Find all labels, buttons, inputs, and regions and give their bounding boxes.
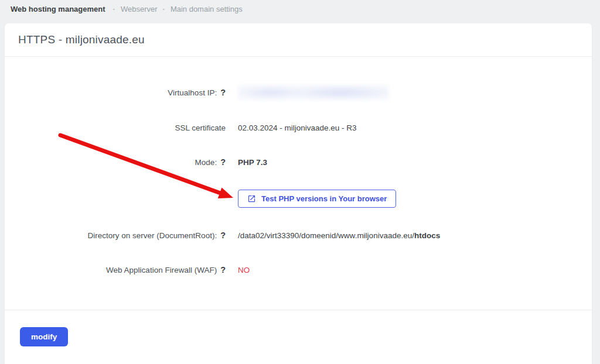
breadcrumb-link-main-domain-settings[interactable]: Main domain settings (171, 5, 243, 13)
test-php-versions-label: Test PHP versions in Your browser (261, 194, 387, 203)
breadcrumb-link-webserver[interactable]: Webserver (121, 5, 158, 13)
ssl-certificate-value: 02.03.2024 - miljonivaade.eu - R3 (238, 123, 357, 132)
document-root-value: /data02/virt33390/domeenid/www.miljoniva… (238, 231, 440, 240)
modify-button[interactable]: modify (20, 327, 68, 346)
breadcrumb-separator: · (113, 5, 115, 13)
waf-label: Web Application Firewall (WAF) ? (5, 265, 226, 274)
breadcrumb-current: Web hosting management (11, 5, 105, 13)
external-link-icon (247, 194, 256, 203)
waf-value: NO (238, 266, 250, 274)
mode-value: PHP 7.3 (238, 158, 267, 167)
document-root-label: Directory on server (DocumentRoot): ? (5, 231, 226, 240)
breadcrumb-separator: · (163, 5, 165, 13)
settings-card: HTTPS - miljonivaade.eu Virtualhost IP: … (5, 23, 592, 364)
help-icon[interactable]: ? (220, 88, 226, 97)
row-ssl-certificate: SSL certificate 02.03.2024 - miljonivaad… (5, 121, 592, 135)
mode-label: Mode: ? (5, 157, 226, 167)
help-icon[interactable]: ? (220, 231, 226, 240)
test-php-versions-button[interactable]: Test PHP versions in Your browser (238, 190, 396, 208)
row-php-test: Test PHP versions in Your browser (5, 190, 592, 208)
help-icon[interactable]: ? (220, 157, 226, 167)
row-mode: Mode: ? PHP 7.3 (5, 155, 592, 169)
virtualhost-ip-label: Virtualhost IP: ? (5, 88, 226, 97)
virtualhost-ip-value-redacted (238, 85, 389, 100)
card-footer: modify (5, 310, 592, 363)
breadcrumb: Web hosting management · Webserver · Mai… (0, 0, 600, 15)
row-virtualhost-ip: Virtualhost IP: ? (5, 85, 592, 100)
ssl-certificate-label: SSL certificate (5, 123, 226, 132)
row-waf: Web Application Firewall (WAF) ? NO (5, 263, 592, 277)
page-title: HTTPS - miljonivaade.eu (18, 33, 145, 46)
row-document-root: Directory on server (DocumentRoot): ? /d… (5, 228, 592, 242)
help-icon[interactable]: ? (220, 265, 226, 274)
card-header: HTTPS - miljonivaade.eu (5, 23, 592, 57)
domain-settings-form: Virtualhost IP: ? SSL certificate 02.03.… (5, 57, 592, 277)
